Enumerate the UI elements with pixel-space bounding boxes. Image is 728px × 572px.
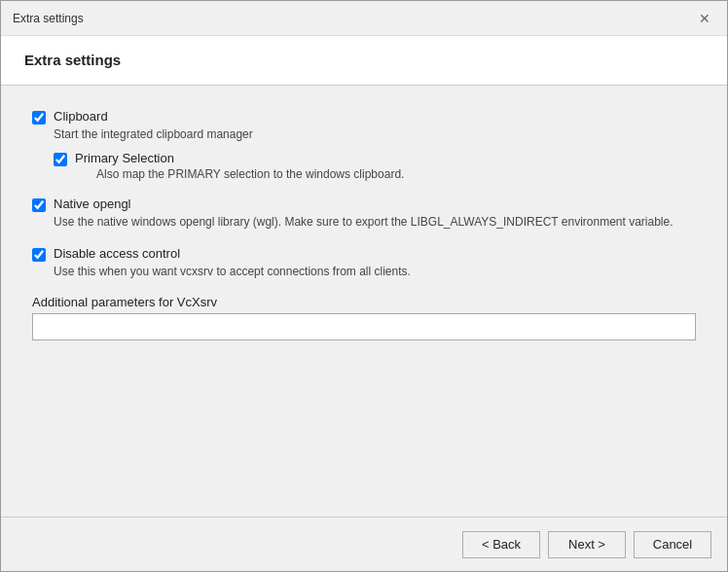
disable-access-group: Disable access control Use this when you… bbox=[32, 246, 696, 280]
native-opengl-row: Native opengl bbox=[32, 197, 696, 212]
disable-access-checkbox[interactable] bbox=[32, 248, 46, 262]
disable-access-label: Disable access control bbox=[54, 246, 180, 261]
primary-selection-desc: Also map the PRIMARY selection to the wi… bbox=[96, 167, 696, 181]
native-opengl-desc: Use the native windows opengl library (w… bbox=[54, 214, 696, 231]
additional-params-label: Additional parameters for VcXsrv bbox=[32, 295, 696, 309]
primary-selection-label: Primary Selection bbox=[75, 151, 174, 165]
clipboard-label: Clipboard bbox=[54, 109, 108, 124]
cancel-button[interactable]: Cancel bbox=[634, 531, 711, 558]
content-area: Clipboard Start the integrated clipboard… bbox=[1, 86, 727, 517]
primary-selection-checkbox[interactable] bbox=[54, 153, 67, 166]
window-title: Extra settings bbox=[13, 12, 84, 25]
footer: < Back Next > Cancel bbox=[1, 517, 727, 571]
clipboard-group: Clipboard Start the integrated clipboard… bbox=[32, 109, 696, 181]
dialog-window: Extra settings ✕ Extra settings Clipboar… bbox=[0, 0, 728, 572]
next-button[interactable]: Next > bbox=[548, 531, 626, 558]
page-title: Extra settings bbox=[24, 52, 121, 68]
clipboard-desc: Start the integrated clipboard manager bbox=[54, 126, 696, 143]
back-button[interactable]: < Back bbox=[462, 531, 540, 558]
disable-access-desc: Use this when you want vcxsrv to accept … bbox=[54, 264, 696, 280]
additional-params-input[interactable] bbox=[32, 313, 696, 340]
close-button[interactable]: ✕ bbox=[694, 8, 715, 29]
primary-selection-row: Primary Selection bbox=[54, 151, 696, 166]
title-bar: Extra settings ✕ bbox=[1, 1, 727, 36]
clipboard-row: Clipboard bbox=[32, 109, 696, 125]
disable-access-row: Disable access control bbox=[32, 246, 696, 262]
native-opengl-label: Native opengl bbox=[54, 197, 131, 211]
primary-selection-group: Primary Selection Also map the PRIMARY s… bbox=[54, 151, 696, 181]
native-opengl-checkbox[interactable] bbox=[32, 198, 46, 212]
header-section: Extra settings bbox=[1, 36, 727, 86]
clipboard-checkbox[interactable] bbox=[32, 111, 46, 125]
native-opengl-group: Native opengl Use the native windows ope… bbox=[32, 197, 696, 231]
additional-params-group: Additional parameters for VcXsrv bbox=[32, 295, 696, 340]
